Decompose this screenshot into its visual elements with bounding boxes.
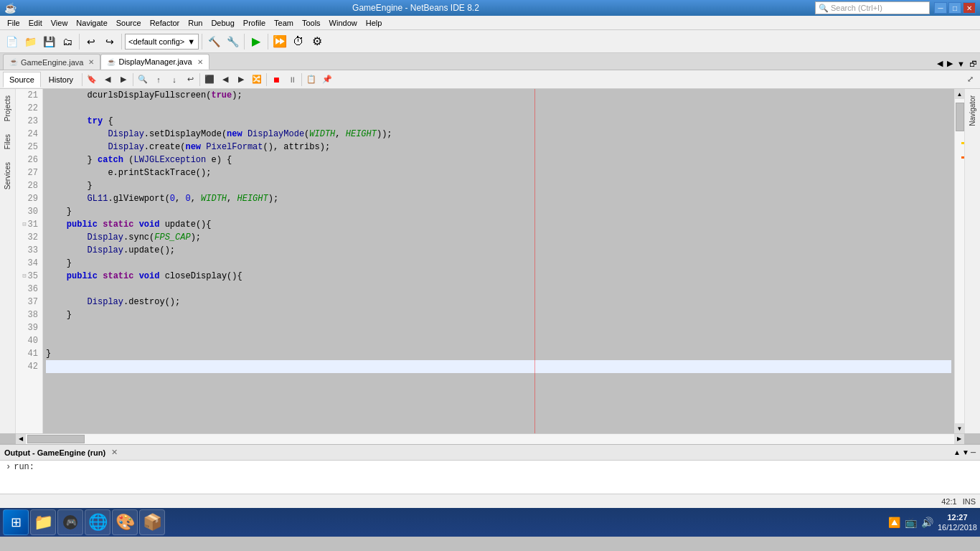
toggle-highlight[interactable]: 🔍	[136, 72, 150, 87]
sys-icon-display[interactable]: 📺	[905, 517, 917, 528]
line-num-21: 21	[16, 89, 42, 102]
next-diff[interactable]: ▶	[234, 72, 248, 87]
taskbar-filemanager[interactable]: 📁	[30, 509, 56, 535]
prev-diff[interactable]: ◀	[218, 72, 232, 87]
toolbar-separator-5	[268, 34, 268, 50]
config-dropdown[interactable]: <default config> ▼	[125, 34, 199, 50]
menu-bar: File Edit View Navigate Source Refactor …	[0, 16, 980, 30]
debug-stop2[interactable]: ⏸	[285, 72, 299, 87]
output-panel: Output - GameEngine (run) ✕ ▲ ▼ ─ › run:	[0, 443, 980, 494]
maximize-editor[interactable]: ⤢	[963, 72, 977, 87]
menu-navigate[interactable]: Navigate	[72, 17, 111, 29]
code-line-35: public static void closeDisplay(){	[46, 270, 951, 283]
diff-options[interactable]: 🔀	[250, 72, 264, 87]
menu-help[interactable]: Help	[362, 17, 387, 29]
code-editor[interactable]: 21 22 23 24 25 26 27 28 29 30 ⊟31 32 33 …	[16, 89, 964, 433]
scroll-track[interactable]	[955, 99, 965, 423]
menu-debug[interactable]: Debug	[207, 17, 238, 29]
scroll-tabs-left[interactable]: ◀	[936, 57, 944, 70]
close-button[interactable]: ✕	[963, 2, 976, 14]
restore-editor[interactable]: 🗗	[968, 58, 979, 70]
tasks-btn[interactable]: 📋	[304, 72, 319, 87]
output-scroll-down[interactable]: ▼	[962, 448, 969, 456]
taskbar-3d[interactable]: 📦	[139, 509, 165, 535]
menu-view[interactable]: View	[47, 17, 72, 29]
tasks-btn2[interactable]: 📌	[320, 72, 334, 87]
search-box[interactable]: 🔍 Search (Ctrl+I)	[815, 1, 930, 14]
taskbar-paint[interactable]: 🎨	[112, 509, 138, 535]
scroll-up-arrow[interactable]: ▲	[955, 89, 965, 99]
prev-bookmark[interactable]: ◀	[100, 72, 115, 87]
scroll-left-arrow[interactable]: ◀	[16, 434, 26, 444]
menu-window[interactable]: Window	[325, 17, 362, 29]
scroll-down-arrow[interactable]: ▼	[955, 423, 965, 433]
debug-stop[interactable]: ⏹	[269, 72, 283, 87]
test-button[interactable]: ⚙	[308, 33, 326, 50]
next-occurrence[interactable]: ↓	[167, 72, 182, 87]
tab-displaymanager[interactable]: ☕ DisplayManager.java ✕	[100, 54, 209, 70]
tab-source[interactable]: Source	[3, 72, 41, 88]
clean-build-button[interactable]: 🔧	[224, 33, 241, 50]
tabs-dropdown[interactable]: ▼	[956, 58, 966, 70]
taskbar-chrome[interactable]: 🌐	[85, 509, 110, 535]
sys-icon-network[interactable]: 🔼	[888, 517, 900, 528]
config-label: <default config>	[128, 37, 184, 46]
history-tab-label: History	[49, 75, 73, 84]
tab-displaymanager-label: DisplayManager.java	[118, 57, 192, 66]
toggle-bookmark[interactable]: 🔖	[85, 72, 99, 87]
sidebar-tab-navigator[interactable]: Navigator	[966, 89, 979, 133]
tab-gameengine[interactable]: ☕ GameEngine.java ✕	[3, 54, 100, 70]
start-button[interactable]: ⊞	[3, 509, 29, 535]
tab-displaymanager-icon: ☕	[107, 58, 116, 66]
next-bookmark[interactable]: ▶	[116, 72, 131, 87]
sidebar-tab-projects[interactable]: Projects	[1, 89, 14, 128]
output-close[interactable]: ✕	[111, 448, 118, 457]
menu-file[interactable]: File	[3, 17, 24, 29]
search-wrap[interactable]: ↩	[183, 72, 197, 87]
vertical-scrollbar[interactable]: ▲ ▼	[954, 89, 964, 433]
output-scroll-up[interactable]: ▲	[953, 448, 961, 456]
output-minimize[interactable]: ─	[971, 448, 976, 456]
sidebar-tab-files[interactable]: Files	[1, 128, 14, 156]
save-all-button[interactable]: 🗂	[59, 33, 76, 50]
new-file-button[interactable]: 📄	[3, 33, 20, 50]
debug-button[interactable]: ⏩	[271, 33, 288, 50]
tab-history[interactable]: History	[42, 72, 80, 88]
redo-button[interactable]: ↪	[101, 33, 118, 50]
menu-edit[interactable]: Edit	[24, 17, 47, 29]
horizontal-scrollbar[interactable]: ◀ ▶	[16, 433, 964, 443]
run-button[interactable]: ▶	[248, 33, 265, 50]
profile-button[interactable]: ⏱	[290, 33, 307, 50]
minimize-button[interactable]: ─	[934, 2, 947, 14]
open-button[interactable]: 📁	[22, 33, 39, 50]
restore-button[interactable]: □	[948, 2, 961, 14]
system-clock[interactable]: 12:27 16/12/2018	[938, 512, 977, 533]
code-content[interactable]: dcurlsDisplayFullscreen(true); try { Dis…	[43, 89, 954, 433]
menu-run[interactable]: Run	[184, 17, 207, 29]
menu-source[interactable]: Source	[112, 17, 146, 29]
save-button[interactable]: 💾	[40, 33, 57, 50]
menu-refactor[interactable]: Refactor	[146, 17, 184, 29]
tab-gameengine-close[interactable]: ✕	[88, 58, 94, 66]
scroll-right-arrow[interactable]: ▶	[954, 434, 964, 444]
line-num-40: 40	[16, 334, 42, 347]
scroll-track-h[interactable]	[26, 434, 954, 444]
window-title: GameEngine - NetBeans IDE 8.2	[352, 3, 479, 13]
taskbar-game[interactable]: 🎮	[57, 509, 83, 535]
sys-icon-volume[interactable]: 🔊	[921, 517, 933, 528]
code-line-32: Display.sync(FPS_CAP);	[46, 231, 951, 244]
code-line-37: Display.destroy();	[46, 296, 951, 309]
sidebar-tab-services[interactable]: Services	[1, 156, 14, 196]
build-button[interactable]: 🔨	[205, 33, 222, 50]
prev-occurrence[interactable]: ↑	[151, 72, 166, 87]
scroll-tabs-right[interactable]: ▶	[946, 57, 954, 70]
menu-profile[interactable]: Profile	[239, 17, 270, 29]
menu-tools[interactable]: Tools	[298, 17, 325, 29]
undo-button[interactable]: ↩	[83, 33, 100, 50]
menu-team[interactable]: Team	[270, 17, 298, 29]
scroll-thumb-h[interactable]	[27, 435, 85, 443]
tab-displaymanager-close[interactable]: ✕	[197, 58, 203, 66]
scroll-thumb[interactable]	[956, 103, 964, 131]
toggle-diff[interactable]: ⬛	[202, 72, 217, 87]
line-num-37: 37	[16, 296, 42, 309]
